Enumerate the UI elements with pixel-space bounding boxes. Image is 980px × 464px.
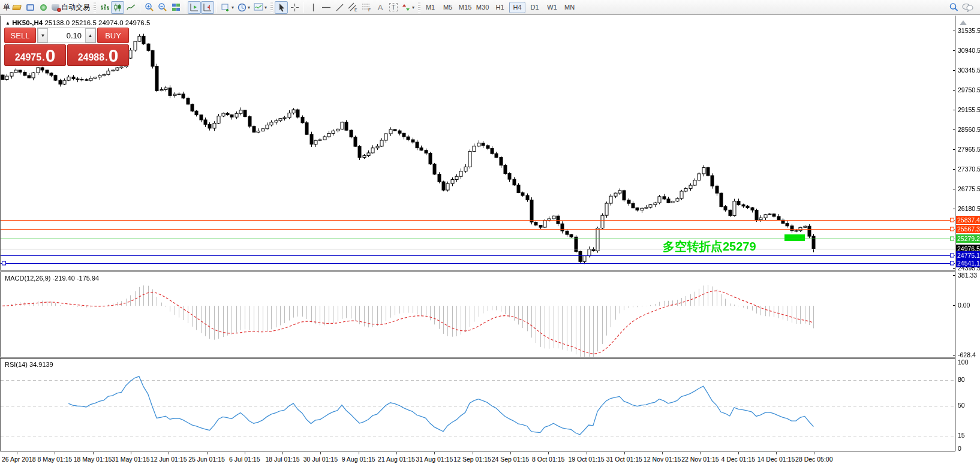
vertical-line-button[interactable] xyxy=(306,1,320,14)
time-axis-label: 31 Oct 01:15 xyxy=(606,456,642,463)
price-axis[interactable]: 31535.530940.530345.529750.529155.528560… xyxy=(955,16,980,451)
price-axis-label: 29155.5 xyxy=(958,106,980,113)
time-tick xyxy=(473,452,473,454)
fibonacci-button[interactable]: F xyxy=(360,1,374,14)
channel-letter: E xyxy=(354,8,357,12)
horizontal-line-button[interactable] xyxy=(320,1,333,14)
chat-button[interactable] xyxy=(960,1,975,14)
time-axis-label: 28 Dec 05:00 xyxy=(795,456,832,463)
new-order-label-clipped[interactable]: 单 xyxy=(3,2,10,13)
buy-price-int: 24988 xyxy=(78,51,105,64)
hline-price-tag[interactable]: 24541.1 xyxy=(956,259,980,267)
sell-price-button[interactable]: 24975 . 0 xyxy=(4,44,66,66)
timeframe-button-w1[interactable]: W1 xyxy=(544,2,560,13)
axis-tick xyxy=(953,31,955,31)
chart-title-bar[interactable]: ▲ HK50-,H4 25138.0 25216.5 24974.0 24976… xyxy=(5,19,150,26)
signals-icon[interactable] xyxy=(37,1,50,14)
timeframe-button-mn[interactable]: MN xyxy=(561,2,578,13)
bar-chart-button[interactable] xyxy=(98,1,111,14)
timeframe-button-m15[interactable]: M15 xyxy=(457,2,473,13)
time-axis[interactable]: 26 Apr 20188 May 01:1518 May 01:1531 May… xyxy=(0,452,980,464)
market-watch-icon[interactable] xyxy=(10,1,23,14)
timeframe-button-m1[interactable]: M1 xyxy=(422,2,438,13)
hline-price-tag[interactable]: 25567.3 xyxy=(956,225,980,233)
rsi-label: RSI(14) 34.9139 xyxy=(5,361,53,368)
chart-shift-button[interactable] xyxy=(201,1,214,14)
macd-canvas[interactable] xyxy=(1,272,955,357)
zoom-out-button[interactable] xyxy=(156,1,169,14)
separator xyxy=(140,2,140,13)
price-axis-label: 26775.5 xyxy=(958,185,980,192)
timeframe-button-m30[interactable]: M30 xyxy=(474,2,491,13)
tile-windows-button[interactable] xyxy=(169,1,182,14)
time-axis-label: 21 Aug 01:15 xyxy=(378,456,415,463)
price-axis-label: 26180.5 xyxy=(958,205,980,212)
toolbar-grip[interactable] xyxy=(270,2,273,13)
periods-button[interactable]: ▾ xyxy=(236,1,252,14)
time-axis-label: 4 Dec 01:15 xyxy=(721,456,755,463)
main-chart-panel: ▲ HK50-,H4 25138.0 25216.5 24974.0 24976… xyxy=(0,16,955,270)
autotrade-button[interactable]: 自动交易 xyxy=(50,1,92,14)
text-label-button[interactable]: T xyxy=(387,1,400,14)
sell-price-frac: 0 xyxy=(46,47,56,64)
time-axis-label: 22 Nov 01:15 xyxy=(681,456,719,463)
timeframe-button-h4[interactable]: H4 xyxy=(509,2,525,13)
vertical-line-icon xyxy=(309,3,317,12)
axis-tick xyxy=(953,169,955,170)
hline-price-tag[interactable]: 25279.2 xyxy=(956,234,980,243)
zoom-in-button[interactable] xyxy=(143,1,156,14)
search-button[interactable] xyxy=(947,1,960,14)
axis-tick xyxy=(953,355,955,355)
sell-button[interactable]: SELL xyxy=(4,28,36,43)
timeframe-button-m5[interactable]: M5 xyxy=(440,2,456,13)
hline-price-tag[interactable]: 25837.4 xyxy=(956,216,980,224)
rsi-canvas[interactable] xyxy=(1,358,955,451)
axis-tick xyxy=(953,70,955,71)
equidistant-channel-button[interactable]: E xyxy=(346,1,360,14)
time-axis-label: 6 Jul 01:15 xyxy=(229,456,260,463)
time-tick xyxy=(662,452,663,454)
rsi-axis-label: 80 xyxy=(958,376,965,383)
ohlc-values: 25138.0 25216.5 24974.0 24976.5 xyxy=(44,19,150,26)
buy-button[interactable]: BUY xyxy=(97,28,129,43)
macd-axis-label: -628.4 xyxy=(958,351,976,358)
add-chart-icon xyxy=(221,3,230,12)
volume-increase-button[interactable]: ▲ xyxy=(85,28,95,43)
gold-book-icon xyxy=(12,5,22,10)
time-axis-label: 31 May 01:15 xyxy=(112,456,150,463)
collapse-triangle-icon[interactable]: ▲ xyxy=(5,20,10,26)
candlestick-chart-button[interactable] xyxy=(111,1,124,14)
cursor-button[interactable] xyxy=(275,1,288,14)
hline-price-tag[interactable]: 24775.1 xyxy=(956,251,980,260)
templates-button[interactable]: ▾ xyxy=(252,1,269,14)
main-chart-canvas[interactable] xyxy=(1,16,955,270)
scroll-up-icon[interactable] xyxy=(960,20,967,25)
text-button[interactable]: A xyxy=(374,1,387,14)
axis-tick xyxy=(953,268,955,269)
arrows-button[interactable]: ▾ xyxy=(400,1,416,14)
buy-price-button[interactable]: 24988 . 0 xyxy=(67,44,129,66)
new-chart-button[interactable]: ▾ xyxy=(220,1,236,14)
time-tick xyxy=(396,452,397,454)
time-axis-label: 14 Dec 01:15 xyxy=(757,456,795,463)
toolbar-grip[interactable] xyxy=(94,2,96,13)
crosshair-icon xyxy=(290,3,299,12)
auto-scroll-button[interactable] xyxy=(188,1,201,14)
chart-annotation-text[interactable]: 多空转折点25279 xyxy=(663,239,756,255)
timeframe-button-d1[interactable]: D1 xyxy=(527,2,543,13)
axis-tick xyxy=(953,149,955,150)
new-window-icon[interactable] xyxy=(23,1,37,14)
line-chart-button[interactable] xyxy=(124,1,137,14)
volume-input[interactable]: 0.10 xyxy=(48,28,85,43)
axis-tick xyxy=(953,209,955,209)
trendline-button[interactable] xyxy=(333,1,346,14)
axis-tick xyxy=(953,90,955,91)
sell-price-dot: . xyxy=(42,51,44,64)
chart-shift-icon xyxy=(203,3,212,12)
crosshair-button[interactable] xyxy=(288,1,301,14)
search-icon xyxy=(949,2,958,12)
toolbar-grip[interactable] xyxy=(418,2,420,13)
volume-decrease-button[interactable]: ▼ xyxy=(38,28,48,43)
panel-splitter[interactable] xyxy=(0,270,980,271)
timeframe-button-h1[interactable]: H1 xyxy=(492,2,508,13)
